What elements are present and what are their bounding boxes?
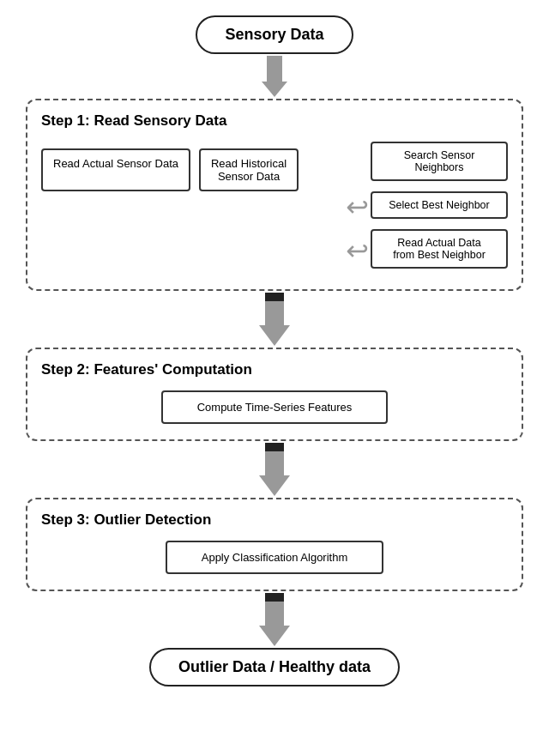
step1-right: Search Sensor Neighbors ↪ Select Best Ne…: [353, 142, 508, 274]
step3-title: Step 3: Outlier Detection: [41, 511, 508, 529]
read-actual-sensor-box: Read Actual Sensor Data: [41, 148, 190, 191]
step2-title: Step 2: Features' Computation: [41, 361, 508, 378]
curved-arrow-2: ↪: [346, 240, 369, 263]
step1-content: Read Actual Sensor Data Read Historical …: [41, 142, 508, 274]
arrow-step1-to-step2: [259, 293, 290, 346]
step1-title: Step 1: Read Sensory Data: [41, 112, 508, 130]
arrow-step2-to-step3: [259, 443, 290, 496]
search-sensor-neighbors-box: Search Sensor Neighbors: [371, 142, 508, 181]
arrow-step3-to-output: [259, 593, 290, 646]
output-pill: Outlier Data / Healthy data: [149, 648, 400, 686]
arrow-title-to-step1: [262, 56, 287, 97]
read-historical-sensor-box: Read Historical Sensor Data: [199, 148, 299, 191]
step2-box: Step 2: Features' Computation Compute Ti…: [26, 348, 523, 441]
step3-content: Apply Classification Algorithm: [41, 541, 508, 574]
curved-arrow-1: ↪: [346, 197, 369, 219]
step1-box: Step 1: Read Sensory Data Read Actual Se…: [26, 99, 523, 291]
step3-box: Step 3: Outlier Detection Apply Classifi…: [26, 498, 523, 591]
title-pill: Sensory Data: [196, 15, 353, 54]
step1-left: Read Actual Sensor Data Read Historical …: [41, 142, 345, 191]
apply-classification-box: Apply Classification Algorithm: [166, 541, 384, 574]
compute-timeseries-box: Compute Time-Series Features: [161, 390, 389, 424]
select-best-neighbor-box: Select Best Neighbor: [371, 191, 508, 219]
step2-content: Compute Time-Series Features: [41, 390, 508, 424]
read-actual-best-neighbor-box: Read Actual Data from Best Neighbor: [371, 229, 508, 269]
